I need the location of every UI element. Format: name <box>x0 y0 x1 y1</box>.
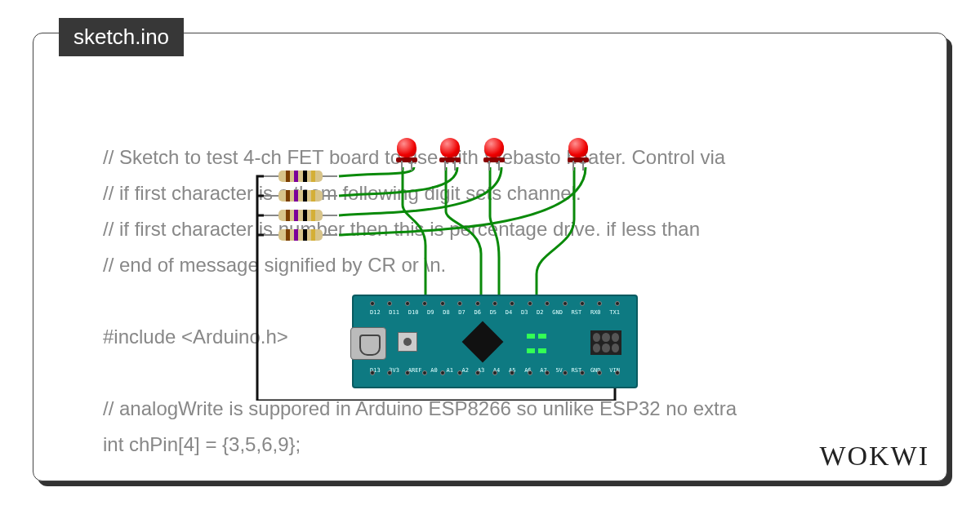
led-4[interactable] <box>568 138 588 162</box>
resistor-1[interactable] <box>264 171 337 182</box>
circuit-diagram[interactable]: D12D11D10D9D8D7D6D5D4D3D2GNDRSTRX0TX1 D1… <box>246 131 703 401</box>
wire-led4-res4 <box>339 167 586 235</box>
resistor-3[interactable] <box>264 210 337 221</box>
led-bulb-icon <box>397 138 416 157</box>
led-2[interactable] <box>440 138 460 162</box>
led-bulb-icon <box>440 138 460 157</box>
wire-led1-d9 <box>403 167 425 298</box>
file-tab-label: sketch.ino <box>74 24 169 49</box>
icsp-header <box>590 330 621 355</box>
arduino-nano-board[interactable]: D12D11D10D9D8D7D6D5D4D3D2GNDRSTRX0TX1 D1… <box>352 295 638 388</box>
preview-card: // Sketch to test 4-ch FET board to use … <box>33 33 947 481</box>
pin-row-bottom <box>370 369 620 383</box>
wire-led1-res1 <box>339 167 414 176</box>
usb-port-icon <box>350 327 386 360</box>
wire-led3-res3 <box>339 167 501 215</box>
mcu-chip-icon <box>462 321 504 363</box>
pin-labels-top: D12D11D10D9D8D7D6D5D4D3D2GNDRSTRX0TX1 <box>370 309 620 316</box>
board-leds <box>525 329 566 357</box>
wire-led3-d5 <box>490 167 499 298</box>
resistor-2[interactable] <box>264 190 337 202</box>
resistor-body-icon <box>278 210 323 221</box>
resistor-body-icon <box>278 190 323 202</box>
wire-led2-res2 <box>339 167 457 196</box>
wire-led2-d6 <box>446 167 481 298</box>
led-3[interactable] <box>484 138 504 162</box>
led-bulb-icon <box>484 138 504 157</box>
resistor-body-icon <box>278 229 323 241</box>
led-bulb-icon <box>568 138 588 157</box>
file-tab[interactable]: sketch.ino <box>59 18 184 56</box>
reset-button[interactable] <box>398 332 417 352</box>
wire-led4-d3 <box>537 167 574 298</box>
led-1[interactable] <box>397 138 416 162</box>
resistor-body-icon <box>278 171 323 182</box>
wokwi-logo: WOKWI <box>819 441 929 472</box>
code-line: int chPin[4] = {3,5,6,9}; <box>103 427 914 463</box>
resistor-4[interactable] <box>264 229 337 241</box>
